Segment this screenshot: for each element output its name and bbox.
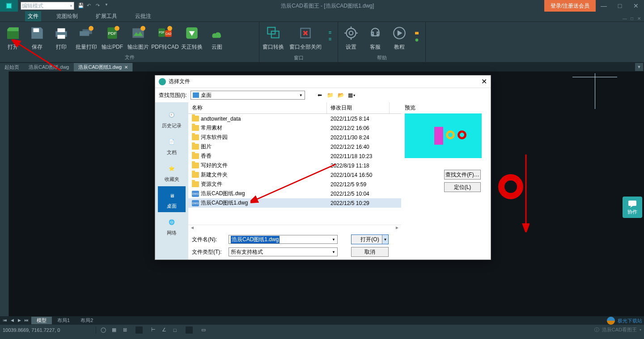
svg-rect-3 [58, 35, 65, 39]
status-osnap-icon[interactable]: □ [171, 326, 178, 334]
login-button[interactable]: 登录/注册送会员 [544, 0, 596, 12]
status-info-icon[interactable]: ⓘ [594, 326, 599, 333]
status-lineweight-icon[interactable]: ▭ [200, 326, 207, 334]
app-logo[interactable] [0, 0, 18, 12]
folder-icon [192, 144, 199, 150]
minimize-icon[interactable]: — [596, 0, 612, 12]
layout-prev-icon[interactable]: ◀ [9, 318, 15, 322]
settings-button[interactable]: 设置 [339, 24, 363, 53]
file-row[interactable]: 新建文件夹2022/10/14 16:50 [188, 170, 401, 180]
doc-tabs-expand-icon[interactable]: ▼ [635, 63, 643, 71]
new-folder-icon[interactable]: 📂 [337, 91, 345, 99]
mdi-minimize-icon[interactable]: — [622, 15, 628, 21]
locate-button[interactable]: 定位(L) [444, 182, 481, 192]
status-snap-icon[interactable]: ⊞ [121, 326, 128, 334]
qat-undo-icon[interactable]: ↶ [87, 3, 93, 9]
back-icon[interactable]: ⬅ [316, 91, 324, 99]
svg-rect-0 [34, 28, 39, 32]
svg-point-6 [89, 26, 93, 31]
sidebar-docs[interactable]: 📄文档 [158, 133, 186, 159]
file-row[interactable]: DWG浩辰CAD图纸1.dwg2022/12/5 10:29 [188, 198, 401, 208]
tz-convert-button[interactable]: 天正转换 [179, 24, 205, 53]
mode-dropdown[interactable]: 编辑模式▼ [21, 2, 74, 10]
sidebar-desktop[interactable]: 🖥桌面 [158, 186, 186, 212]
file-row[interactable]: 河东软件园2022/11/30 8:24 [188, 133, 401, 142]
doc-tab-start[interactable]: 起始页 [0, 63, 24, 71]
tab-file[interactable]: 文件 [25, 11, 41, 21]
qat-save-icon[interactable]: 💾 [78, 3, 84, 9]
status-polar-icon[interactable]: ∠ [161, 326, 168, 334]
file-row[interactable]: DWG浩辰CAD图纸.dwg2022/12/5 10:04 [188, 189, 401, 198]
sidebar-favorites[interactable]: ⭐收藏夹 [158, 159, 186, 185]
file-row[interactable]: andtowriter_data2022/11/25 8:14 [188, 114, 401, 123]
pdf2cad-button[interactable]: PDFCADPDF转CAD [151, 24, 179, 53]
mdi-close-icon[interactable]: ✕ [636, 15, 642, 21]
export-pdf-button[interactable]: PDF输出PDF [99, 24, 125, 53]
scroll-left-icon[interactable]: ◄ [190, 225, 195, 232]
cloud-button[interactable]: 云图 [205, 24, 229, 53]
layout-model[interactable]: 模型 [31, 317, 52, 324]
tab-extend[interactable]: 扩展工具 [93, 11, 120, 21]
print-button[interactable]: 打印 [49, 24, 73, 53]
tab-view-draw[interactable]: 览图绘制 [54, 11, 80, 21]
svg-text:PDF: PDF [108, 31, 116, 36]
filename-input[interactable]: 浩辰CAD图纸1.dwg▼ [229, 235, 338, 244]
open-button[interactable]: 打开 [1, 24, 25, 53]
maximize-icon[interactable]: □ [612, 0, 628, 12]
svg-point-30 [415, 38, 419, 42]
file-row[interactable]: 香香2022/11/18 10:23 [188, 151, 401, 161]
qat-redo-icon[interactable]: ↷ [96, 3, 102, 9]
export-img-button[interactable]: 输出图片 [125, 24, 151, 53]
status-ortho-icon[interactable]: ⊢ [150, 326, 157, 334]
col-date[interactable]: 修改日期 [327, 102, 390, 113]
help-more-icon[interactable] [411, 24, 422, 53]
svg-rect-31 [628, 201, 636, 206]
status-tool-1-icon[interactable]: ◯ [100, 326, 107, 334]
status-tray-icon[interactable]: ▾ [640, 328, 641, 332]
tab-cloud-annot[interactable]: 云批注 [132, 11, 154, 21]
scroll-right-icon[interactable]: ► [395, 225, 399, 232]
filetype-dropdown[interactable]: 所有支持格式▼ [229, 247, 338, 256]
window-switch-button[interactable]: 窗口转换 [260, 24, 286, 53]
cancel-button[interactable]: 取消 [351, 247, 389, 257]
svg-point-9 [114, 26, 119, 31]
layout-last-icon[interactable]: ⏭ [23, 318, 30, 322]
mdi-restore-icon[interactable]: □ [629, 15, 635, 21]
status-brand: 浩辰CAD看图王 [602, 326, 637, 333]
batch-print-button[interactable]: 批量打印 [73, 24, 99, 53]
up-folder-icon[interactable]: 📁 [326, 91, 335, 99]
sidebar-history[interactable]: 🕘历史记录 [158, 106, 186, 132]
layout-1[interactable]: 布局1 [52, 317, 75, 324]
watermark-logo: 极光下载站 [606, 316, 642, 326]
qat-more-icon[interactable]: ▼ [105, 3, 111, 9]
window-list-icon[interactable] [325, 24, 335, 53]
svg-rect-21 [329, 31, 331, 32]
doc-tab-2[interactable]: 浩辰CAD图纸1.dwg✕ [74, 63, 133, 71]
range-dropdown[interactable]: 桌面 ▼ [191, 91, 305, 100]
cursor-crosshair [572, 73, 617, 109]
doc-tab-1[interactable]: 浩辰CAD图纸.dwg [24, 63, 74, 71]
view-mode-icon[interactable]: ▦▼ [348, 91, 356, 99]
status-grid-icon[interactable]: ▦ [110, 326, 118, 334]
close-icon[interactable]: ✕ [628, 0, 644, 12]
tutorial-button[interactable]: 教程 [387, 24, 411, 53]
col-name[interactable]: 名称 [188, 102, 327, 113]
file-row[interactable]: 图片2022/12/2 16:40 [188, 142, 401, 151]
collab-button[interactable]: 协作 [623, 197, 642, 218]
svg-text:PDF: PDF [159, 31, 165, 34]
support-button[interactable]: 客服 [363, 24, 387, 53]
sidebar-network[interactable]: 🌐网络 [158, 213, 186, 239]
find-file-button[interactable]: 查找文件(F)… [444, 170, 481, 180]
dialog-close-icon[interactable]: ✕ [481, 77, 487, 86]
layout-next-icon[interactable]: ▶ [16, 318, 22, 322]
file-row[interactable]: 资源文件2022/12/5 9:59 [188, 180, 401, 189]
file-row[interactable]: 常用素材2022/12/2 16:06 [188, 123, 401, 133]
save-button[interactable]: 保存 [25, 24, 49, 53]
open-file-button[interactable]: 打开(O)▼ [351, 234, 389, 244]
doc-tab-close-icon[interactable]: ✕ [124, 65, 128, 70]
window-close-all-button[interactable]: 窗口全部关闭 [286, 24, 325, 53]
svg-rect-22 [329, 33, 331, 34]
file-row[interactable]: 写好的文件2022/8/19 11:18 [188, 161, 401, 170]
layout-2[interactable]: 布局2 [75, 317, 98, 324]
layout-first-icon[interactable]: ⏮ [2, 318, 8, 322]
